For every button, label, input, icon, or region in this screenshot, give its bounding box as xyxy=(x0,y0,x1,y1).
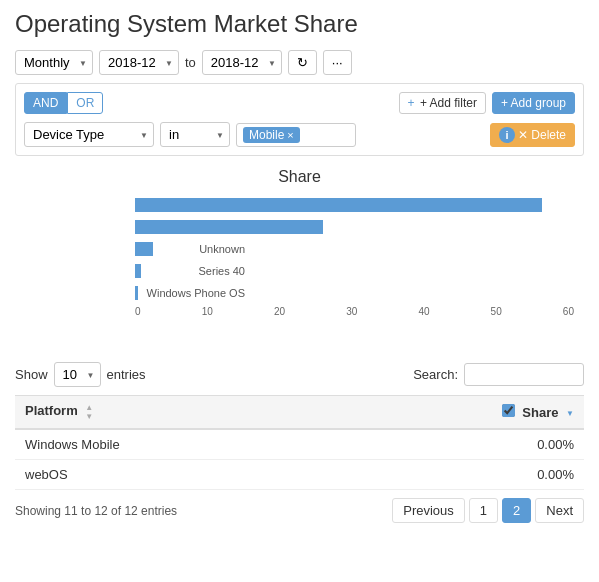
share-sort-icon[interactable]: ▼ xyxy=(566,409,574,418)
table-row: webOS 0.00% xyxy=(15,460,584,490)
filter-bar: AND OR + + Add filter + Add group Device… xyxy=(15,83,584,156)
chart-container: Android iOS Unknown xyxy=(15,196,584,347)
mobile-tag: Mobile × xyxy=(243,127,300,143)
bar-track-android xyxy=(135,198,574,212)
bar-fill-unknown xyxy=(135,242,153,256)
chart-section: Share Android iOS xyxy=(15,168,584,347)
footer-info: Showing 11 to 12 of 12 entries xyxy=(15,504,177,518)
x-label-60: 60 xyxy=(563,306,574,317)
bar-fill-android xyxy=(135,198,542,212)
platform-column-header[interactable]: Platform ▲ ▼ xyxy=(15,396,330,430)
period-select-wrapper[interactable]: Monthly xyxy=(15,50,93,75)
x-label-40: 40 xyxy=(418,306,429,317)
share-cell: 0.00% xyxy=(330,460,584,490)
entries-label: entries xyxy=(107,367,146,382)
more-options-button[interactable]: ··· xyxy=(323,50,352,75)
bar-fill-windows-phone xyxy=(135,286,138,300)
period-select[interactable]: Monthly xyxy=(15,50,93,75)
bar-track-windows-phone xyxy=(135,286,574,300)
search-input[interactable] xyxy=(464,363,584,386)
platform-cell: webOS xyxy=(15,460,330,490)
x-label-0: 0 xyxy=(135,306,141,317)
plus-icon: + xyxy=(408,96,415,110)
page-2-button[interactable]: 2 xyxy=(502,498,531,523)
bar-track-unknown xyxy=(135,242,574,256)
share-checkbox[interactable] xyxy=(502,404,515,417)
and-button[interactable]: AND xyxy=(24,92,67,114)
to-label: to xyxy=(185,55,196,70)
entries-count-select[interactable]: 10 xyxy=(54,362,101,387)
refresh-button[interactable]: ↻ xyxy=(288,50,317,75)
bar-fill-series40 xyxy=(135,264,141,278)
filter-row-inner: Device Type in Mobile × i ✕ Delete xyxy=(24,122,575,147)
bar-row-unknown: Unknown xyxy=(135,240,574,258)
x-label-30: 30 xyxy=(346,306,357,317)
bar-fill-ios xyxy=(135,220,323,234)
x-label-10: 10 xyxy=(202,306,213,317)
and-or-group: AND OR xyxy=(24,92,103,114)
operator-select[interactable]: in xyxy=(160,122,230,147)
add-group-button[interactable]: + Add group xyxy=(492,92,575,114)
platform-sort-icon[interactable]: ▲ ▼ xyxy=(85,403,93,421)
date-to-select[interactable]: 2018-12 xyxy=(202,50,282,75)
date-from-wrapper[interactable]: 2018-12 xyxy=(99,50,179,75)
previous-button[interactable]: Previous xyxy=(392,498,465,523)
filter-bar-top: AND OR + + Add filter + Add group xyxy=(24,92,575,114)
delete-button[interactable]: i ✕ Delete xyxy=(490,123,575,147)
bar-row-windows-phone: Windows Phone OS xyxy=(135,284,574,302)
date-to-wrapper[interactable]: 2018-12 xyxy=(202,50,282,75)
data-table: Platform ▲ ▼ Share ▼ xyxy=(15,395,584,490)
table-header-row: Platform ▲ ▼ Share ▼ xyxy=(15,396,584,430)
device-type-select[interactable]: Device Type xyxy=(24,122,154,147)
operator-wrapper[interactable]: in xyxy=(160,122,230,147)
share-cell: 0.00% xyxy=(330,429,584,460)
bar-track-series40 xyxy=(135,264,574,278)
entries-count-wrapper[interactable]: 10 xyxy=(54,362,101,387)
tag-value: Mobile xyxy=(249,128,284,142)
table-controls: Show 10 entries Search: xyxy=(15,362,584,387)
x-label-50: 50 xyxy=(491,306,502,317)
x-axis: 0 10 20 30 40 50 60 xyxy=(135,306,574,317)
or-button[interactable]: OR xyxy=(67,92,103,114)
table-section: Show 10 entries Search: Platform xyxy=(15,362,584,523)
device-type-wrapper[interactable]: Device Type xyxy=(24,122,154,147)
next-button[interactable]: Next xyxy=(535,498,584,523)
filter-actions: + + Add filter + Add group xyxy=(399,92,575,114)
platform-cell: Windows Mobile xyxy=(15,429,330,460)
share-column-header[interactable]: Share ▼ xyxy=(330,396,584,430)
page-title: Operating System Market Share xyxy=(15,10,584,38)
search-section: Search: xyxy=(413,363,584,386)
show-entries-group: Show 10 entries xyxy=(15,362,146,387)
add-filter-button[interactable]: + + Add filter xyxy=(399,92,486,114)
bar-track-ios xyxy=(135,220,574,234)
table-footer: Showing 11 to 12 of 12 entries Previous … xyxy=(15,498,584,523)
date-from-select[interactable]: 2018-12 xyxy=(99,50,179,75)
bar-row-series40: Series 40 xyxy=(135,262,574,280)
page-1-button[interactable]: 1 xyxy=(469,498,498,523)
chart-bars: Android iOS Unknown xyxy=(135,196,574,302)
info-icon: i xyxy=(499,127,515,143)
table-row: Windows Mobile 0.00% xyxy=(15,429,584,460)
pagination: Previous 1 2 Next xyxy=(392,498,584,523)
search-label: Search: xyxy=(413,367,458,382)
table-body: Windows Mobile 0.00% webOS 0.00% xyxy=(15,429,584,490)
tag-close-button[interactable]: × xyxy=(287,129,293,141)
tag-input[interactable]: Mobile × xyxy=(236,123,356,147)
chart-title: Share xyxy=(15,168,584,186)
filter-top-row: Monthly 2018-12 to 2018-12 ↻ ··· xyxy=(15,50,584,75)
show-label: Show xyxy=(15,367,48,382)
x-label-20: 20 xyxy=(274,306,285,317)
bar-row-ios: iOS xyxy=(135,218,574,236)
bar-row-android: Android xyxy=(135,196,574,214)
